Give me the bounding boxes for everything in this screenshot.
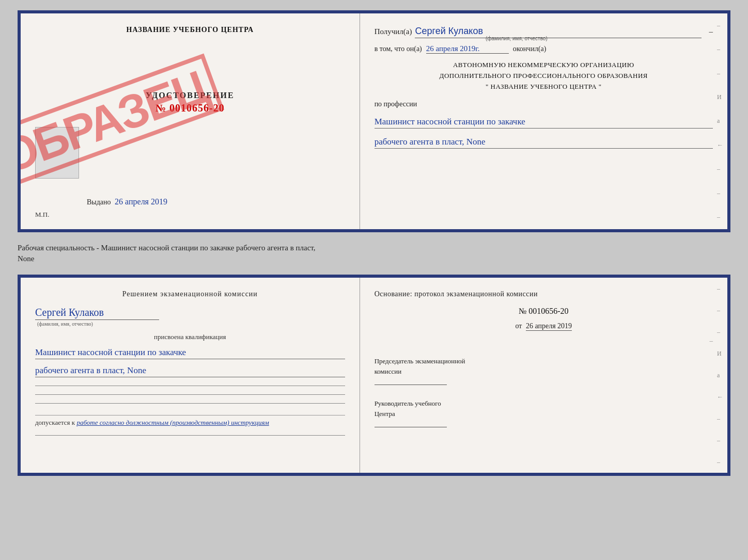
org-line2: ДОПОЛНИТЕЛЬНОГО ПРОФЕССИОНАЛЬНОГО ОБРАЗО… <box>375 71 713 82</box>
dopusk-text: работе согласно должностным (производств… <box>76 419 269 426</box>
underline4 <box>35 435 345 436</box>
separator-line2: None <box>18 253 730 264</box>
poluchil-name: Сергей Кулаков (фамилия, имя, отчество) <box>415 26 702 38</box>
poluchil-hint: (фамилия, имя, отчество) <box>486 36 548 41</box>
dopuskaetsya-block: допускается к работе согласно должностны… <box>35 415 345 427</box>
certificate-top: НАЗВАНИЕ УЧЕБНОГО ЦЕНТРА ОБРАЗЕЦ УДОСТОВ… <box>18 10 730 232</box>
bottom-right-panel: Основание: протокол экзаменационной коми… <box>360 278 727 473</box>
top-left-panel: НАЗВАНИЕ УЧЕБНОГО ЦЕНТРА ОБРАЗЕЦ УДОСТОВ… <box>21 13 360 229</box>
profession-line2: рабочего агента в пласт, None <box>375 137 713 149</box>
vtom-line: в том, что он(а) 26 апреля 2019г. окончи… <box>375 44 713 54</box>
okonchil-label: окончил(а) <box>513 45 547 53</box>
bottom-left-panel: Решением экзаменационной комиссии Сергей… <box>21 278 360 473</box>
predsedatel-line1: Председатель экзаменационной <box>375 356 713 366</box>
osnovanie-text: Основание: протокол экзаменационной коми… <box>375 290 713 298</box>
photo-placeholder <box>35 127 79 179</box>
predsedatel-line2: комиссии <box>375 366 713 377</box>
poluchil-line: Получил(а) Сергей Кулаков (фамилия, имя,… <box>375 26 713 38</box>
ot-date-value: 26 апреля 2019 <box>526 322 572 331</box>
ot-date: от 26 апреля 2019 <box>375 322 713 330</box>
udost-number: № 0010656-20 <box>35 102 345 114</box>
predsedatel-signature-line <box>375 385 447 385</box>
rukovoditel-line2: Центра <box>375 409 713 419</box>
rukovoditel-signature-line <box>375 427 447 427</box>
rukovoditel-block: Руководитель учебного Центра <box>375 398 713 427</box>
udost-title: УДОСТОВЕРЕНИЕ <box>35 91 345 100</box>
vydano-line: Выдано 26 апреля 2019 <box>35 192 345 211</box>
protocol-number: № 0010656-20 <box>375 307 713 316</box>
underline2 <box>35 394 345 395</box>
qualification-line2: рабочего агента в пласт, None <box>35 365 345 377</box>
profession-line1: Машинист насосной станции по закачке <box>375 117 713 129</box>
separator-line1: Рабочая специальность - Машинист насосно… <box>18 243 730 253</box>
qualification-line1: Машинист насосной станции по закачке <box>35 347 345 359</box>
vtom-label: в том, что он(а) <box>375 45 422 53</box>
underline3 <box>35 403 345 404</box>
right-dashes: – – – И а ← – – – <box>717 13 723 229</box>
separator-text: Рабочая специальность - Машинист насосно… <box>18 241 730 266</box>
udost-block: УДОСТОВЕРЕНИЕ № 0010656-20 <box>35 91 345 114</box>
center-title: НАЗВАНИЕ УЧЕБНОГО ЦЕНТРА <box>35 26 345 34</box>
vtom-date: 26 апреля 2019г. <box>426 44 509 54</box>
org-line1: АВТОНОМНУЮ НЕКОММЕРЧЕСКУЮ ОРГАНИЗАЦИЮ <box>375 60 713 71</box>
underline1 <box>35 386 345 386</box>
name-hint: (фамилия, имя, отчество) <box>37 321 93 327</box>
person-name: Сергей Кулаков <box>35 307 159 320</box>
mp-label: М.П. <box>35 211 345 219</box>
org-block: АВТОНОМНУЮ НЕКОММЕРЧЕСКУЮ ОРГАНИЗАЦИЮ ДО… <box>375 60 713 92</box>
resheniem-text: Решением экзаменационной комиссии <box>35 290 345 298</box>
dopuskaetsya-label: допускается к <box>35 419 75 426</box>
prisvoena-label: присвоена квалификация <box>35 333 345 341</box>
name-block: Сергей Кулаков (фамилия, имя, отчество) <box>35 307 345 327</box>
top-right-panel: Получил(а) Сергей Кулаков (фамилия, имя,… <box>360 13 727 229</box>
certificate-bottom: Решением экзаменационной комиссии Сергей… <box>18 275 730 476</box>
ot-label: от <box>516 322 522 330</box>
rukovoditel-line1: Руководитель учебного <box>375 398 713 409</box>
right-dashes-bottom: – – – И а ← – – – <box>717 278 723 473</box>
vydano-date: 26 апреля 2019 <box>115 197 167 206</box>
obrazets-stamp: ОБРАЗЕЦ <box>18 24 198 219</box>
vydano-label: Выдано <box>87 198 111 206</box>
predsedatel-block: Председатель экзаменационной комиссии <box>375 356 713 385</box>
po-professii: по профессии <box>375 100 713 108</box>
org-line3: " НАЗВАНИЕ УЧЕБНОГО ЦЕНТРА " <box>375 82 713 92</box>
poluchil-label: Получил(а) <box>375 27 412 36</box>
